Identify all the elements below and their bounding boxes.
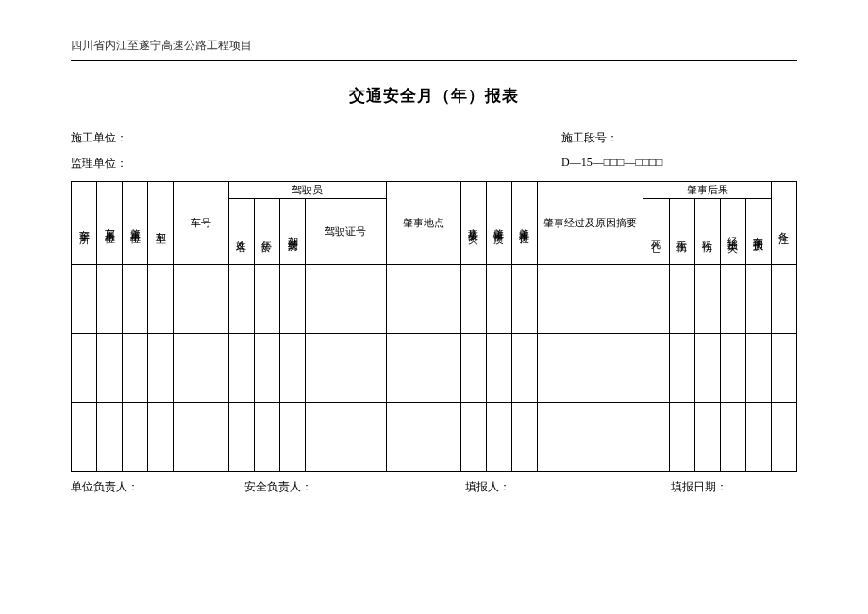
col-vehicle-type: 车型 <box>148 182 174 265</box>
table-row <box>72 265 797 334</box>
footer-row: 单位负责人： 安全负责人： 填报人： 填报日期： <box>71 479 797 495</box>
col-severe: 重伤 <box>669 199 694 265</box>
filled-by-label: 填报人： <box>371 479 592 495</box>
col-incident-unit: 肇事单位 <box>123 182 148 265</box>
col-vehicle-damage: 车辆损坏 <box>745 199 771 265</box>
project-header: 四川省内江至遂宁高速公路工程项目 <box>71 38 797 58</box>
unit-leader-label: 单位负责人： <box>71 479 197 495</box>
col-driver-age: 年龄 <box>254 199 279 265</box>
safety-leader-label: 安全负责人： <box>197 479 371 495</box>
col-driver-exp: 驾驶经历 <box>279 199 305 265</box>
col-vehicle-mgmt: 车管所 <box>72 182 97 265</box>
col-death: 死亡 <box>643 199 669 265</box>
document-page: 四川省内江至遂宁高速公路工程项目 交通安全月（年）报表 施工单位： 施工段号： … <box>0 0 868 533</box>
info-row-2: 监理单位： D—15—□□□—□□□□ <box>71 156 797 172</box>
col-vehicle-dept: 车属单位 <box>97 182 123 265</box>
header-divider <box>71 60 797 61</box>
col-accident-class: 事故分类 <box>460 182 486 265</box>
document-title: 交通安全月（年）报表 <box>71 85 797 107</box>
col-economic-loss: 经济损失 <box>720 199 745 265</box>
supervision-unit-label: 监理单位： <box>71 156 561 172</box>
col-vehicle-no: 车号 <box>174 182 229 265</box>
col-summary: 肇事经过及原因摘要 <box>537 182 643 265</box>
col-consequence-group: 肇事后果 <box>643 182 771 199</box>
info-row-1: 施工单位： 施工段号： <box>71 130 797 146</box>
fill-date-label: 填报日期： <box>591 479 797 495</box>
header-row-1: 车管所 车属单位 肇事单位 车型 车号 驾驶员 肇事地点 事故分类 肇事性质 肇… <box>72 182 797 199</box>
col-minor: 轻伤 <box>694 199 720 265</box>
col-driver-group: 驾驶员 <box>228 182 386 199</box>
table-row <box>72 334 797 403</box>
col-accident-liability: 肇事责任 <box>511 182 537 265</box>
construction-section-label: 施工段号： <box>561 130 797 146</box>
col-location: 肇事地点 <box>386 182 460 265</box>
col-license-no: 驾驶证号 <box>305 199 386 265</box>
col-driver-name: 姓名 <box>228 199 254 265</box>
table-row <box>72 403 797 472</box>
col-accident-nature: 肇事性质 <box>486 182 511 265</box>
col-remark: 备注 <box>771 182 796 265</box>
form-code: D—15—□□□—□□□□ <box>561 156 797 172</box>
construction-unit-label: 施工单位： <box>71 130 561 146</box>
report-table: 车管所 车属单位 肇事单位 车型 车号 驾驶员 肇事地点 事故分类 肇事性质 肇… <box>71 181 797 472</box>
